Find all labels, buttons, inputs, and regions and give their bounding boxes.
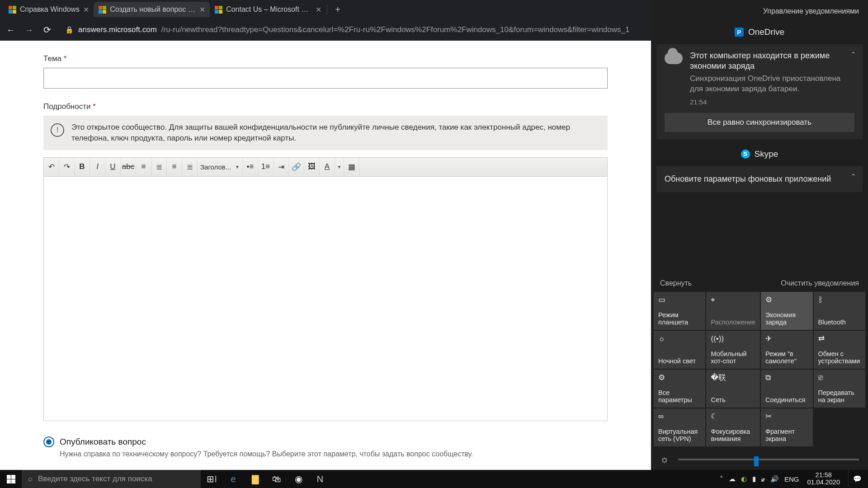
collapse-button[interactable]: Свернуть <box>660 279 692 287</box>
table-button[interactable]: ▦ <box>344 158 359 176</box>
slider-thumb[interactable] <box>754 456 759 466</box>
bullet-list-button[interactable]: •≡ <box>243 158 258 176</box>
number-list-button[interactable]: 1≡ <box>258 158 274 176</box>
align-left-button[interactable]: ≡ <box>136 158 151 176</box>
explorer-app[interactable]: ▇ <box>244 470 266 488</box>
editor-toolbar: ↶ ↷ B I U abc ≡ ≣ ≡ ≣ Заголов...▼ •≡ 1≡ … <box>44 158 607 177</box>
start-button[interactable] <box>0 470 22 488</box>
page-content: Тема * Подробности * ! Это открытое сооб… <box>0 41 651 470</box>
italic-button[interactable]: I <box>90 158 105 176</box>
taskbar-search[interactable]: ⌕ Введите здесь текст для поиска <box>22 470 201 488</box>
underline-button[interactable]: U <box>105 158 121 176</box>
tile-bluetooth[interactable]: ᛒBluetooth <box>814 292 865 330</box>
undo-button[interactable]: ↶ <box>44 158 59 176</box>
subject-input[interactable] <box>43 68 608 89</box>
editor-textarea[interactable] <box>44 177 607 421</box>
tile-nearby-share[interactable]: ⇄Обмен с устройствами <box>814 331 865 369</box>
lock-icon: 🔒 <box>65 26 74 34</box>
notif-time: 21:54 <box>690 98 854 106</box>
url-box[interactable]: 🔒 answers.microsoft.com/ru-ru/newthread?… <box>59 22 646 38</box>
link-button[interactable]: 🔗 <box>289 158 304 176</box>
tray-onedrive-icon[interactable]: ☁ <box>729 475 736 483</box>
skype-notification[interactable]: ⌃ Обновите параметры фоновых приложений <box>656 166 863 192</box>
tile-night-light[interactable]: ☼Ночной свет <box>654 331 705 369</box>
justify-button[interactable]: ≣ <box>182 158 198 176</box>
heading-dropdown[interactable]: Заголов...▼ <box>198 158 243 176</box>
close-icon[interactable]: ✕ <box>83 5 89 14</box>
privacy-info: ! Это открытое сообщество. Для защиты ва… <box>43 116 608 150</box>
tile-network[interactable]: �联Сеть <box>706 370 760 408</box>
edge-app[interactable]: e <box>222 470 244 488</box>
tray-battery-icon[interactable]: ▮ <box>752 475 756 483</box>
address-bar: ← → ⟳ 🔒 answers.microsoft.com/ru-ru/newt… <box>0 19 651 41</box>
tray-chevron-icon[interactable]: ˄ <box>720 475 723 483</box>
tab-1[interactable]: Справка Windows ✕ <box>4 2 94 17</box>
brightness-slider[interactable]: ☼ <box>651 446 868 470</box>
tile-all-settings[interactable]: ⚙Все параметры <box>654 370 705 408</box>
font-color-arrow[interactable]: ▼ <box>335 158 344 176</box>
forward-button[interactable]: → <box>23 23 35 36</box>
tab-2-active[interactable]: Создать новый вопрос или нач ✕ <box>94 2 210 17</box>
tab-3[interactable]: Contact Us – Microsoft Support ✕ <box>210 2 326 17</box>
indent-button[interactable]: ⇥ <box>274 158 289 176</box>
rich-editor: ↶ ↷ B I U abc ≡ ≣ ≡ ≣ Заголов...▼ •≡ 1≡ … <box>43 157 608 421</box>
align-right-button[interactable]: ≡ <box>167 158 182 176</box>
tile-hotspot[interactable]: ((•))Мобильный хот-спот <box>706 331 760 369</box>
app-n[interactable]: N <box>309 470 331 488</box>
font-color-button[interactable]: A <box>320 158 335 176</box>
notif-sub: Синхронизация OneDrive приостановлена дл… <box>690 74 854 94</box>
task-view-button[interactable]: ⊞⁞ <box>201 470 222 488</box>
tile-location[interactable]: ⌖Расположение <box>706 292 760 330</box>
onedrive-group: P OneDrive ⌃ Этот компьютер находится в … <box>651 20 868 142</box>
strike-button[interactable]: abc <box>121 158 136 176</box>
redo-button[interactable]: ↷ <box>59 158 75 176</box>
reload-button[interactable]: ⟳ <box>41 23 53 36</box>
tile-airplane[interactable]: ✈Режим "в самолете" <box>761 331 812 369</box>
store-app[interactable]: 🛍 <box>266 470 288 488</box>
tile-battery-saver[interactable]: ⚙Экономия заряда <box>761 292 812 330</box>
sync-anyway-button[interactable]: Все равно синхронизировать <box>665 113 854 132</box>
tray-security-icon[interactable]: ◐ <box>741 475 747 483</box>
url-host: answers.microsoft.com <box>78 25 157 34</box>
ms-favicon <box>8 5 16 14</box>
image-button[interactable]: 🖼 <box>304 158 320 176</box>
publish-radio[interactable]: Опубликовать вопрос <box>43 436 608 447</box>
tray-wifi-icon[interactable]: ⸙ <box>761 475 765 483</box>
tile-project[interactable]: ⎚Передавать на экран <box>814 370 865 408</box>
windows-icon <box>7 475 15 483</box>
new-tab-button[interactable]: + <box>331 3 344 16</box>
tray-lang[interactable]: ENG <box>784 475 799 483</box>
slider-track[interactable] <box>678 459 859 460</box>
tray-clock[interactable]: 21:58 01.04.2020 <box>804 472 843 486</box>
info-icon: ! <box>51 123 64 137</box>
align-center-button[interactable]: ≣ <box>151 158 167 176</box>
action-center-button[interactable]: 💬 <box>848 470 866 488</box>
notif-title: Обновите параметры фоновых приложений <box>665 174 854 184</box>
close-icon[interactable]: ✕ <box>316 5 321 14</box>
search-icon: ⌕ <box>28 474 33 483</box>
clear-all-button[interactable]: Очистить уведомления <box>781 279 859 287</box>
chevron-up-icon[interactable]: ⌃ <box>851 173 856 180</box>
notif-title: Этот компьютер находится в режиме эконом… <box>690 51 854 72</box>
tab-bar: Справка Windows ✕ Создать новый вопрос и… <box>0 0 651 19</box>
tray-volume-icon[interactable]: 🔊 <box>770 475 779 483</box>
manage-notifications[interactable]: Управление уведомлениями <box>651 0 868 20</box>
info-text: Это открытое сообщество. Для защиты ваше… <box>71 122 600 144</box>
onedrive-notification[interactable]: ⌃ Этот компьютер находится в режиме экон… <box>656 44 863 139</box>
back-button[interactable]: ← <box>5 23 17 36</box>
tile-vpn[interactable]: ∞Виртуальная сеть (VPN) <box>654 408 705 446</box>
chevron-up-icon[interactable]: ⌃ <box>851 51 856 58</box>
bold-button[interactable]: B <box>75 158 90 176</box>
tab-title: Справка Windows <box>20 5 80 14</box>
skype-group: S Skype ⌃ Обновите параметры фоновых при… <box>651 142 868 195</box>
tile-focus-assist[interactable]: ☾Фокусировка внимания <box>706 408 760 446</box>
close-icon[interactable]: ✕ <box>199 5 205 14</box>
tile-connect[interactable]: ⧉Соединиться <box>761 370 812 408</box>
ms-favicon <box>214 5 222 14</box>
chrome-app[interactable]: ◉ <box>288 470 309 488</box>
url-path: /ru-ru/newthread?threadtype=Questions&ca… <box>161 25 630 34</box>
tile-tablet-mode[interactable]: ▭Режим планшета <box>654 292 705 330</box>
publish-help: Нужна справка по техническому вопросу? Т… <box>60 450 608 458</box>
skype-icon: S <box>741 150 750 159</box>
tile-snip[interactable]: ✂Фрагмент экрана <box>761 408 812 446</box>
